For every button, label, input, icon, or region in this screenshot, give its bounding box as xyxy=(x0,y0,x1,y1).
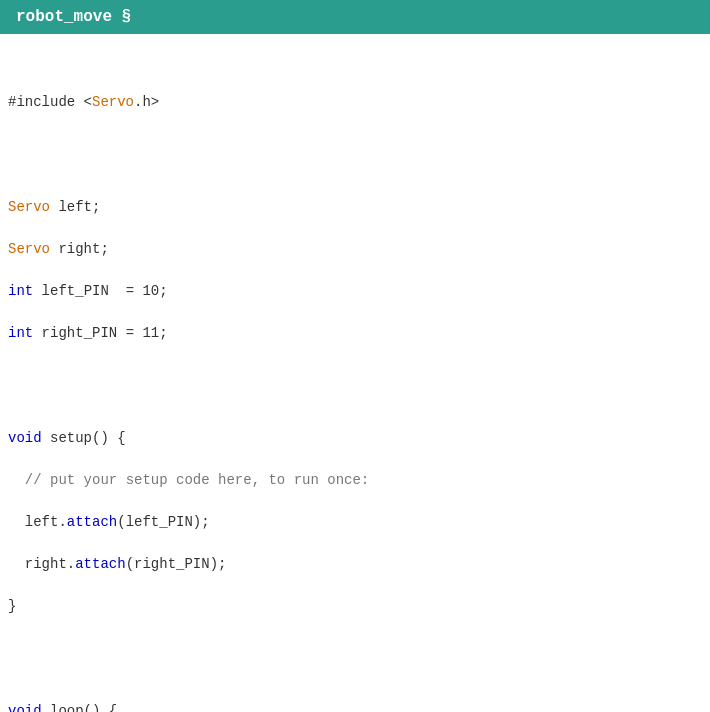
code-line-close-setup: } xyxy=(8,596,702,617)
code-line-int-right: int right_PIN = 11; xyxy=(8,323,702,344)
code-line-servo-right: Servo right; xyxy=(8,239,702,260)
code-line-int-left: int left_PIN = 10; xyxy=(8,281,702,302)
code-line-blank2 xyxy=(8,386,702,407)
code-line-void-setup: void setup() { xyxy=(8,428,702,449)
code-line-left-attach: left.attach(left_PIN); xyxy=(8,512,702,533)
title-bar: robot_move § xyxy=(0,0,710,34)
code-line-include: #include <Servo.h> xyxy=(8,92,702,113)
code-line-void-loop: void loop() { xyxy=(8,701,702,712)
code-editor[interactable]: #include <Servo.h> Servo left; Servo rig… xyxy=(0,34,710,712)
code-line-blank3 xyxy=(8,659,702,680)
code-line-servo-left: Servo left; xyxy=(8,197,702,218)
code-line-right-attach: right.attach(right_PIN); xyxy=(8,554,702,575)
code-line-blank1 xyxy=(8,155,702,176)
title-text: robot_move § xyxy=(16,8,131,26)
code-line-comment-setup: // put your setup code here, to run once… xyxy=(8,470,702,491)
